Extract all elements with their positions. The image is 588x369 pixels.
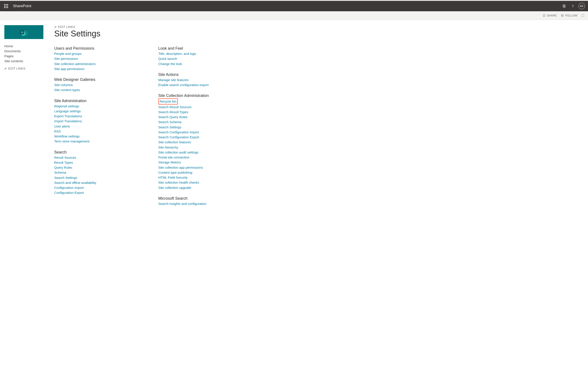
pencil-icon [54, 26, 57, 28]
nav-link[interactable]: Pages [4, 54, 14, 58]
settings-link[interactable]: HTML Field Security [158, 176, 188, 179]
app-name[interactable]: SharePoint [13, 4, 31, 8]
settings-link[interactable]: Schema [54, 171, 66, 174]
link-list: Recycle binSearch Result SourcesSearch R… [158, 98, 236, 190]
focus-mode-button[interactable] [581, 14, 585, 17]
link-item: Portal site connection [158, 155, 236, 160]
settings-column: Users and PermissionsPeople and groupsSi… [54, 46, 132, 206]
settings-link[interactable]: Search Configuration Import [158, 130, 199, 134]
help-button[interactable] [568, 2, 577, 10]
settings-link[interactable]: Site permissions [54, 57, 78, 61]
settings-section: Microsoft SearchSearch insights and conf… [158, 196, 236, 206]
nav-link[interactable]: Site contents [4, 59, 23, 63]
settings-link[interactable]: Enable search configuration export [158, 83, 209, 87]
settings-link[interactable]: Content type publishing [158, 171, 192, 174]
nav-edit-links-button[interactable]: EDIT LINKS [4, 67, 50, 70]
section-heading: Look and Feel [158, 46, 236, 51]
settings-link[interactable]: Query Rules [54, 166, 72, 169]
settings-gear-button[interactable] [560, 2, 568, 10]
settings-link[interactable]: Site hierarchy [158, 145, 178, 149]
nav-item: Documents [4, 49, 50, 53]
link-item: Enable search configuration export [158, 82, 236, 87]
settings-link[interactable]: Site columns [54, 83, 73, 87]
settings-link[interactable]: Manage site features [158, 78, 189, 82]
settings-link[interactable]: Configuration Import [54, 186, 84, 189]
left-column: S HomeDocumentsPagesSite contents EDIT L… [4, 25, 50, 206]
link-list: Regional settingsLanguage settingsExport… [54, 104, 132, 144]
settings-link[interactable]: Export Translations [54, 114, 82, 118]
link-item: Query Rules [54, 165, 132, 170]
settings-link[interactable]: Search Result Types [158, 110, 188, 114]
nav-link[interactable]: Documents [4, 49, 21, 53]
link-item: Quick launch [158, 56, 236, 61]
settings-link[interactable]: Workflow settings [54, 134, 80, 138]
settings-link[interactable]: Site collection administrators [54, 62, 96, 66]
settings-link[interactable]: Search Result Sources [158, 105, 192, 109]
site-logo[interactable]: S [4, 25, 43, 39]
settings-link[interactable]: Result Types [54, 161, 73, 164]
link-item: HTML Field Security [158, 175, 236, 180]
suite-bar: SharePoint MK [0, 1, 588, 11]
user-avatar[interactable]: MK [578, 3, 585, 9]
settings-link[interactable]: User alerts [54, 124, 70, 128]
link-item: Search Settings [54, 175, 132, 180]
sharepoint-logo-icon: S [19, 28, 29, 36]
settings-link[interactable]: Change the look [158, 62, 182, 66]
app-launcher-button[interactable] [2, 2, 10, 10]
link-item: Search Settings [158, 125, 236, 130]
link-list: Title, description, and logoQuick launch… [158, 51, 236, 66]
link-item: Search Configuration Import [158, 130, 236, 135]
follow-button[interactable]: FOLLOW [561, 14, 577, 17]
settings-link[interactable]: RSS [54, 129, 61, 133]
settings-link[interactable]: Import Translations [54, 119, 82, 123]
settings-link[interactable]: Search Configuration Export [158, 135, 199, 139]
settings-link[interactable]: Title, description, and logo [158, 52, 196, 55]
link-item: Site content types [54, 87, 132, 92]
settings-link[interactable]: Site collection features [158, 140, 191, 144]
settings-link[interactable]: Site collection health checks [158, 181, 199, 184]
header-edit-links-button[interactable]: EDIT LINKS [54, 25, 588, 29]
section-heading: Users and Permissions [54, 46, 132, 51]
ribbon-bar: SHARE FOLLOW [0, 11, 588, 20]
gear-icon [562, 4, 566, 8]
settings-link[interactable]: Search Query Rules [158, 115, 188, 119]
settings-section: Site Collection AdministrationRecycle bi… [158, 93, 236, 190]
settings-link[interactable]: Recycle bin [160, 100, 176, 103]
settings-link[interactable]: Quick launch [158, 57, 177, 61]
settings-link[interactable]: Site collection app permissions [158, 166, 203, 169]
section-heading: Site Administration [54, 99, 132, 103]
settings-link[interactable]: Search Settings [54, 176, 77, 180]
share-button[interactable]: SHARE [542, 14, 557, 17]
settings-link[interactable]: Search Settings [158, 125, 181, 129]
settings-link[interactable]: Portal site connection [158, 155, 189, 159]
settings-link[interactable]: Site content types [54, 88, 80, 92]
settings-link[interactable]: Site collection upgrade [158, 186, 191, 189]
settings-section: Site ActionsManage site featuresEnable s… [158, 72, 236, 88]
settings-link[interactable]: People and groups [54, 52, 81, 55]
settings-link[interactable]: Search Schema [158, 120, 182, 124]
page-body: S HomeDocumentsPagesSite contents EDIT L… [0, 20, 588, 219]
settings-column: Look and FeelTitle, description, and log… [158, 46, 236, 206]
settings-link[interactable]: Search and offline availability [54, 181, 96, 184]
star-icon [561, 14, 564, 17]
link-list: Result SourcesResult TypesQuery RulesSch… [54, 155, 132, 195]
link-item: Site permissions [54, 56, 132, 61]
nav-link[interactable]: Home [4, 44, 13, 48]
settings-link[interactable]: Configuration Export [54, 191, 84, 195]
settings-link[interactable]: Site app permissions [54, 67, 84, 71]
pencil-icon [4, 67, 7, 70]
settings-section: Web Designer GalleriesSite columnsSite c… [54, 77, 132, 92]
settings-link[interactable]: Language settings [54, 109, 81, 113]
settings-link[interactable]: Site collection audit settings [158, 151, 198, 154]
link-item: Search and offline availability [54, 180, 132, 185]
link-item: Site collection app permissions [158, 165, 236, 170]
settings-link[interactable]: Search insights and configuration [158, 202, 206, 205]
settings-link[interactable]: Result Sources [54, 156, 76, 159]
section-heading: Site Collection Administration [158, 93, 236, 98]
settings-link[interactable]: Term store management [54, 139, 90, 143]
follow-label: FOLLOW [565, 14, 577, 17]
settings-link[interactable]: Regional settings [54, 104, 79, 108]
link-item: Configuration Export [54, 190, 132, 195]
nav-item: Home [4, 44, 50, 48]
settings-link[interactable]: Storage Metrics [158, 160, 181, 164]
